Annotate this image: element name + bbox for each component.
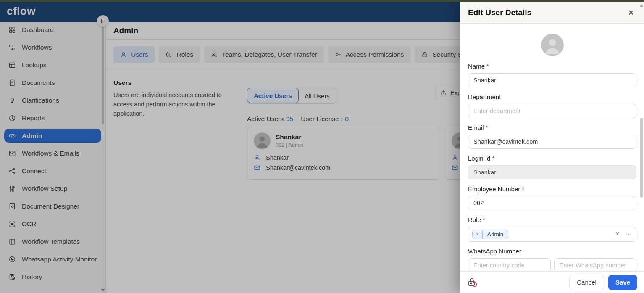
cancel-button[interactable]: Cancel <box>569 275 604 290</box>
name-input[interactable] <box>468 73 636 87</box>
reset-password-lock-icon[interactable] <box>467 277 478 288</box>
edit-user-drawer: Edit User Details × Name* Department Ema… <box>460 2 644 293</box>
drawer-footer: Cancel Save <box>460 271 644 293</box>
role-chip-label: Admin <box>483 230 508 239</box>
drawer-title: Edit User Details <box>468 8 531 17</box>
avatar <box>541 34 564 56</box>
whatsapp-number-input[interactable] <box>554 258 637 271</box>
whatsapp-field-group: WhatsApp Number <box>468 248 636 271</box>
required-asterisk: * <box>486 124 488 131</box>
top-strip <box>0 0 644 2</box>
login-id-label: Login Id* <box>468 155 636 162</box>
email-field-group: Email* <box>468 124 636 149</box>
employee-number-label: Employee Number* <box>468 185 636 193</box>
role-multiselect[interactable]: × Admin × <box>468 227 636 242</box>
chip-remove-icon[interactable]: × <box>473 230 483 238</box>
close-icon[interactable]: × <box>626 7 636 18</box>
scrollbar-thumb[interactable] <box>640 118 643 198</box>
role-field-group: Role* × Admin × <box>468 216 636 242</box>
required-asterisk: * <box>492 155 494 162</box>
whatsapp-label: WhatsApp Number <box>468 248 636 255</box>
department-field-group: Department <box>468 93 636 118</box>
email-input[interactable] <box>468 135 636 149</box>
department-input[interactable] <box>468 104 636 118</box>
role-label: Role* <box>468 216 636 223</box>
drawer-scrollbar[interactable] <box>640 4 643 291</box>
chevron-down-icon[interactable] <box>626 231 632 237</box>
save-button[interactable]: Save <box>608 275 637 290</box>
name-label: Name* <box>468 63 636 70</box>
select-clear-icon[interactable]: × <box>615 230 620 238</box>
name-field-group: Name* <box>468 63 636 87</box>
required-asterisk: * <box>483 216 485 223</box>
department-label: Department <box>468 93 636 100</box>
required-asterisk: * <box>522 185 524 193</box>
email-label: Email* <box>468 124 636 131</box>
role-chip-admin: × Admin <box>472 230 508 239</box>
login-id-input[interactable] <box>468 165 636 179</box>
login-id-field-group: Login Id* <box>468 155 636 179</box>
scroll-up-arrow-icon[interactable] <box>640 4 643 7</box>
employee-number-input[interactable] <box>468 196 636 210</box>
drawer-body: Name* Department Email* Login Id* Employ… <box>460 24 644 271</box>
required-asterisk: * <box>486 63 489 70</box>
whatsapp-country-code-input[interactable] <box>468 258 551 271</box>
drawer-header: Edit User Details × <box>460 2 644 24</box>
employee-number-field-group: Employee Number* <box>468 185 636 210</box>
